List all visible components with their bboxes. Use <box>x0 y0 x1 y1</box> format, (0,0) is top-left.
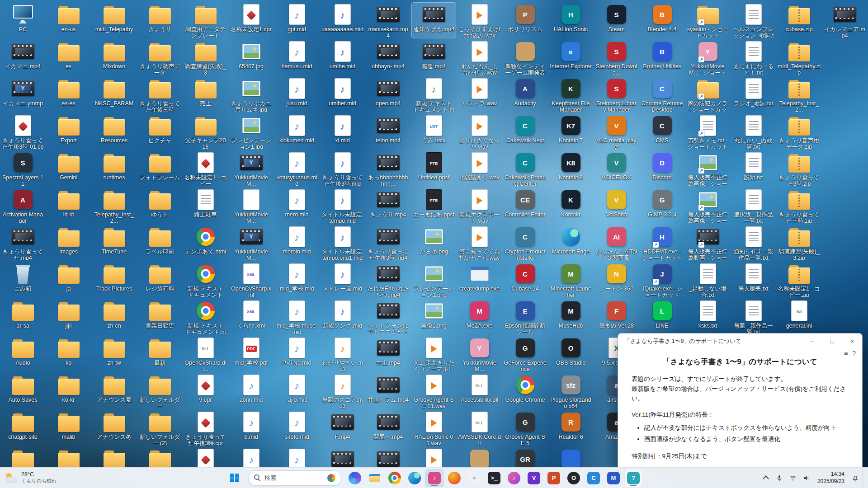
desktop-icon[interactable]: きょうり食ってた午後3時.cpr <box>184 410 227 446</box>
desktop-icon[interactable]: mid_学校.mid <box>275 262 319 297</box>
desktop-icon[interactable]: イカマニ.mp4 <box>1 40 45 75</box>
desktop-icon[interactable]: zh-tw <box>92 336 136 371</box>
desktop-icon[interactable]: 孤独なインディーゲーム開発者の一生... <box>503 40 547 75</box>
close-button[interactable]: × <box>842 333 862 349</box>
desktop-icon[interactable]: Export <box>47 114 90 149</box>
desktop-icon[interactable]: _起動しない場合.txt <box>686 262 730 297</box>
desktop-icon[interactable]: メドレー風.mid <box>321 262 364 297</box>
desktop-icon[interactable]: mid_学校.pdf <box>229 336 273 371</box>
desktop-icon[interactable]: Steinberg Downlo... <box>594 40 638 75</box>
desktop-icon[interactable]: teion.mp4 <box>366 114 410 149</box>
desktop-icon[interactable]: Discord <box>640 151 684 186</box>
desktop-icon[interactable]: 小銭詰まり.wav <box>458 151 501 186</box>
desktop-icon[interactable]: midi_Telepathy <box>92 3 136 38</box>
desktop-icon[interactable]: パスドラ.wav <box>458 77 501 112</box>
desktop-icon[interactable]: ポリリリズム <box>503 3 547 38</box>
desktop-icon[interactable]: 最新 <box>138 336 182 371</box>
desktop-icon[interactable]: かるゆ.png <box>412 225 456 260</box>
desktop-icon[interactable]: rajio.mid <box>275 373 319 408</box>
desktop-icon[interactable]: 新しいフォルダー <box>138 373 182 408</box>
desktop-icon[interactable]: おーまにあ.ppsf <box>412 188 456 223</box>
desktop-icon[interactable]: 65407.jpg <box>229 40 273 75</box>
desktop-icon[interactable]: 無人販売不正行為動画 - ショートカット <box>686 225 730 260</box>
desktop-icon[interactable]: あっhhhhhhhhhhhh... <box>366 151 410 186</box>
desktop-icon[interactable]: 新しいフォルダー (2) <box>138 410 182 446</box>
desktop-icon[interactable]: Telepathy_Inst_2... <box>777 77 821 112</box>
desktop-icon[interactable]: OpenCvSharp.xml <box>229 262 273 297</box>
help-icon[interactable]: ? <box>852 350 856 357</box>
desktop-icon[interactable]: うみ.ustx <box>412 114 456 149</box>
desktop-icon[interactable]: Steinberg Library Manager <box>594 77 638 112</box>
tray-mic-button[interactable] <box>773 471 786 485</box>
desktop-icon[interactable]: GIMP 3.0.4 <box>640 188 684 223</box>
desktop-icon[interactable]: 無題 - 親作品一覧.txt <box>731 299 775 334</box>
music-app-taskbar-button[interactable]: ♪ <box>425 469 443 487</box>
desktop-icon[interactable]: ラベル印刷 <box>138 225 182 260</box>
notepad-taskbar-button[interactable]: ≡ <box>465 469 483 487</box>
desktop-icon[interactable]: SpectraLayers 11 <box>1 151 45 186</box>
desktop-icon[interactable]: Kontakt 7 <box>549 114 593 149</box>
desktop-icon[interactable]: 売上 <box>184 77 227 112</box>
desktop-icon[interactable]: hamusu.mid <box>275 40 319 75</box>
desktop-icon[interactable]: HDDFMT.exe - ショートカット <box>640 225 684 260</box>
desktop-icon[interactable]: YukkuriMovieM... <box>458 336 501 371</box>
desktop-icon[interactable]: JQuake.exe - ショートカット <box>640 262 684 297</box>
maximize-button[interactable]: □ <box>822 333 842 349</box>
desktop-icon[interactable]: きょうり食ってた午後三時 <box>138 77 182 112</box>
desktop-icon[interactable]: 画像1.png <box>412 299 456 334</box>
desktop-icon[interactable]: レジ袋有料 <box>138 262 182 297</box>
microsoft-edge-taskbar-button[interactable] <box>406 469 424 487</box>
desktop-icon[interactable]: フォトフレーム <box>138 151 182 186</box>
desktop-icon[interactable]: 選択版 - 親作品一覧.txt <box>731 188 775 223</box>
desktop-icon[interactable]: Resources <box>92 114 136 149</box>
desktop-icon[interactable]: アナウンス冬 <box>92 410 136 446</box>
desktop-icon[interactable]: MuseHub <box>549 299 593 334</box>
desktop-icon[interactable]: Kontakt <box>549 188 593 223</box>
desktop-icon[interactable]: Track Pictures <box>92 262 136 297</box>
desktop-icon[interactable]: 筆まめ Ver.28 <box>594 299 638 334</box>
desktop-icon[interactable]: 新規ソング.mid <box>321 299 364 334</box>
desktop-icon[interactable]: syasinn - ショートカット <box>686 3 730 38</box>
desktop-icon[interactable]: Telepathy_Inst_2... <box>92 188 136 223</box>
desktop-icon[interactable]: 死にたい_ぬ歌詞.txt <box>731 114 775 149</box>
desktop-icon[interactable]: Activation Manager <box>1 188 45 223</box>
desktop-icon[interactable]: createdump.exe <box>458 262 501 297</box>
desktop-icon[interactable]: 調査練習(失敗)_3 <box>184 40 227 75</box>
desktop-icon[interactable]: LINE <box>640 299 684 334</box>
desktop-icon[interactable]: jijii <box>47 299 90 334</box>
vscode-taskbar-button[interactable]: C <box>585 469 603 487</box>
desktop-icon[interactable]: きょうり調声データ <box>138 40 182 75</box>
desktop-icon[interactable]: Epson 接続診断ツール <box>503 299 547 334</box>
desktop-icon[interactable]: gpt.mid <box>275 3 319 38</box>
desktop-icon[interactable]: Blender 4.4 <box>640 3 684 38</box>
desktop-icon[interactable]: mid_学校 muse.mid <box>275 299 319 334</box>
desktop-icon[interactable]: 井上ドラム.mp4 <box>366 373 410 408</box>
desktop-icon[interactable]: Untitled.ppsf <box>412 151 456 186</box>
desktop-icon[interactable]: プレゼンテーション1.png <box>412 262 456 297</box>
firefox-taskbar-button[interactable] <box>445 469 463 487</box>
desktop-icon[interactable]: ja <box>47 262 90 297</box>
desktop-icon[interactable]: こっそひすまけfdsb込み.wav <box>458 3 501 38</box>
desktop-icon[interactable]: 路上駐車 <box>184 188 227 223</box>
obs-studio-taskbar-button[interactable]: O <box>565 469 583 487</box>
desktop-icon[interactable]: sirofo.mid <box>275 410 319 446</box>
desktop-icon[interactable]: Microsoft Edge <box>549 225 593 260</box>
tray-network-button[interactable] <box>787 471 799 485</box>
desktop-icon[interactable]: ohhayo-.mp4 <box>366 40 410 75</box>
help-viewer-taskbar-button[interactable]: ? <box>624 469 642 487</box>
desktop-icon[interactable]: 無人販売不正行為画像 - ショートカット <box>686 151 730 186</box>
desktop-icon[interactable]: cubase.zip <box>777 3 821 38</box>
desktop-icon[interactable]: きょうり食ってた午後3時.mp4 <box>366 225 410 260</box>
desktop-icon[interactable]: Groove Agent SE 01.wav <box>412 373 456 408</box>
desktop-icon[interactable]: ずんだもん_しおかぜふ.wav <box>458 40 501 75</box>
desktop-icon[interactable]: malib <box>47 410 90 446</box>
desktop-icon[interactable]: kotusytuaaus.mid <box>275 151 319 186</box>
desktop-icon[interactable]: es-es <box>47 77 90 112</box>
desktop-icon[interactable]: きょうり食ってた.mp4 <box>1 225 45 260</box>
desktop-icon[interactable]: en-us <box>47 3 90 38</box>
desktop-icon[interactable]: 新規エクスポート.wav <box>458 188 501 223</box>
terminal-taskbar-button[interactable]: >_ <box>485 469 503 487</box>
desktop-icon[interactable]: イカマニ.ymmp <box>1 77 45 112</box>
menu-icon[interactable]: ≡ <box>844 350 848 357</box>
desktop-icon[interactable]: Gemini <box>47 151 90 186</box>
